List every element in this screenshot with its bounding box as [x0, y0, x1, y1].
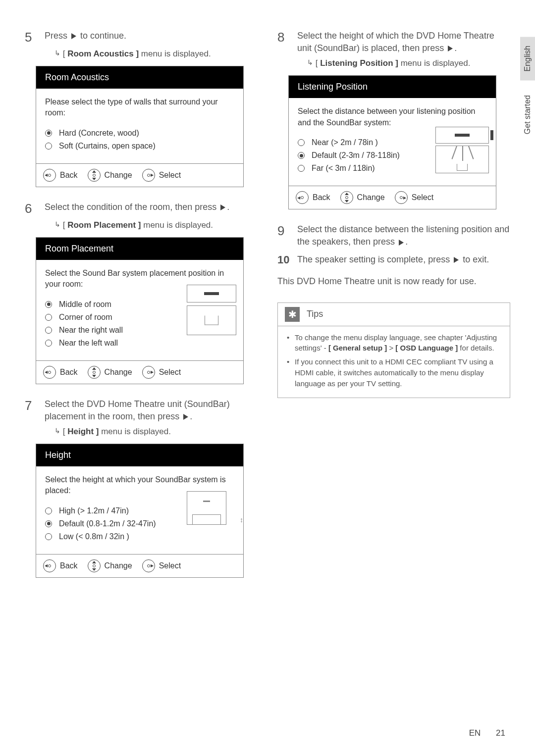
- page-number: 21: [496, 728, 505, 738]
- tips-box: ✱ Tips To change the menu display langua…: [277, 302, 510, 399]
- option-default[interactable]: Default (0.8-1.2m / 32-47in): [45, 517, 169, 530]
- step-6: 6 Select the condition of the room, then…: [25, 201, 258, 216]
- step-7: 7 Select the DVD Home Theatre unit (Soun…: [25, 398, 258, 423]
- closing-text: This DVD Home Theatre unit is now ready …: [277, 275, 510, 288]
- option-far[interactable]: Far (< 3m / 118in): [298, 162, 417, 175]
- select-button[interactable]: Select: [142, 366, 181, 379]
- option-middle[interactable]: Middle of room: [45, 298, 159, 311]
- radio-icon: [45, 507, 52, 514]
- option-low[interactable]: Low (< 0.8m / 32in ): [45, 530, 169, 543]
- page-lang: EN: [469, 728, 481, 738]
- height-illustration: ↕: [187, 491, 236, 525]
- menu-prompt: Please select the type of walls that sur…: [45, 97, 234, 119]
- option-hard[interactable]: Hard (Concrete, wood): [45, 127, 234, 140]
- step-8-result: ↳ [ Listening Position ] menu is display…: [307, 58, 510, 68]
- radio-icon: [45, 520, 52, 527]
- play-icon: [71, 33, 76, 39]
- option-list: Near (> 2m / 78in ) Default (2-3m / 78-1…: [298, 136, 417, 175]
- radio-icon: [45, 130, 52, 137]
- menu-title: Listening Position: [289, 76, 496, 98]
- menu-prompt: Select the distance between your listeni…: [298, 106, 487, 128]
- option-default[interactable]: Default (2-3m / 78-118in): [298, 149, 417, 162]
- step-number: 10: [277, 253, 297, 266]
- nav-change-icon: [88, 366, 101, 379]
- radio-icon: [45, 301, 52, 308]
- left-column: 5 Press to continue. ↳ [ Room Acoustics …: [25, 30, 258, 592]
- option-right-wall[interactable]: Near the right wall: [45, 324, 159, 337]
- right-column: 8 Select the height of which the DVD Hom…: [277, 30, 510, 592]
- play-icon: [454, 257, 459, 263]
- placement-illustration: [187, 285, 236, 335]
- nav-change-icon: [88, 169, 101, 182]
- listening-position-menu: Listening Position Select the distance b…: [288, 75, 496, 209]
- step-text: Select the height of which the DVD Home …: [297, 30, 510, 54]
- step-5-result: ↳ [ Room Acoustics ] menu is displayed.: [54, 49, 258, 59]
- tip-item: To change the menu display language, see…: [287, 332, 501, 354]
- back-button[interactable]: Back: [296, 191, 330, 204]
- nav-select-icon: [142, 169, 155, 182]
- select-button[interactable]: Select: [142, 169, 181, 182]
- radio-icon: [298, 139, 305, 146]
- step-text: The speaker setting is complete, press t…: [297, 253, 489, 266]
- tips-title: Tips: [307, 309, 323, 319]
- play-icon: [220, 204, 225, 210]
- back-button[interactable]: Back: [43, 366, 78, 379]
- step-text: Select the distance between the listenin…: [297, 223, 510, 248]
- menu-footer: Back Change Select: [36, 554, 243, 577]
- option-corner[interactable]: Corner of room: [45, 311, 159, 324]
- tips-icon: ✱: [285, 307, 300, 322]
- tip-item: If you connect this unit to a HDMI CEC c…: [287, 356, 501, 389]
- back-button[interactable]: Back: [43, 559, 78, 572]
- option-list: Hard (Concrete, wood) Soft (Curtains, op…: [45, 127, 234, 152]
- tab-language[interactable]: English: [520, 37, 535, 80]
- nav-change-icon: [88, 559, 101, 572]
- room-acoustics-menu: Room Acoustics Please select the type of…: [36, 66, 244, 187]
- back-button[interactable]: Back: [43, 169, 78, 182]
- change-button[interactable]: Change: [88, 169, 132, 182]
- option-soft[interactable]: Soft (Curtains, open space): [45, 140, 234, 152]
- nav-back-icon: [43, 559, 56, 572]
- step-number: 7: [25, 398, 45, 413]
- menu-title: Room Placement: [36, 238, 243, 260]
- step-6-result: ↳ [ Room Placement ] menu is displayed.: [54, 220, 258, 230]
- option-high[interactable]: High (> 1.2m / 47in): [45, 504, 169, 517]
- result-arrow-icon: ↳: [54, 49, 60, 57]
- radio-icon: [45, 533, 52, 540]
- change-button[interactable]: Change: [88, 366, 132, 379]
- step-text: Select the condition of the room, then p…: [45, 201, 229, 213]
- option-left-wall[interactable]: Near the left wall: [45, 337, 159, 350]
- step-number: 6: [25, 201, 45, 216]
- step-text: Select the DVD Home Theatre unit (SoundB…: [45, 398, 258, 423]
- room-placement-menu: Room Placement Select the Sound Bar syst…: [36, 237, 244, 384]
- step-7-result: ↳ [ Height ] menu is displayed.: [54, 427, 258, 437]
- radio-icon: [45, 314, 52, 321]
- play-icon: [183, 414, 188, 420]
- menu-footer: Back Change Select: [289, 186, 496, 209]
- play-icon: [448, 46, 453, 51]
- radio-icon: [298, 152, 305, 159]
- radio-icon: [45, 327, 52, 334]
- option-near[interactable]: Near (> 2m / 78in ): [298, 136, 417, 149]
- result-arrow-icon: ↳: [54, 220, 60, 228]
- select-button[interactable]: Select: [142, 559, 181, 572]
- change-button[interactable]: Change: [340, 191, 385, 204]
- nav-select-icon: [142, 366, 155, 379]
- option-list: Middle of room Corner of room Near the r…: [45, 298, 159, 350]
- radio-icon: [45, 340, 52, 347]
- nav-back-icon: [43, 169, 56, 182]
- tab-section[interactable]: Get started: [520, 86, 535, 143]
- step-number: 8: [277, 30, 297, 45]
- change-button[interactable]: Change: [88, 559, 132, 572]
- height-menu: Height Select the height at which your S…: [36, 444, 244, 578]
- result-arrow-icon: ↳: [54, 427, 60, 435]
- radio-icon: [45, 143, 52, 150]
- menu-footer: Back Change Select: [36, 163, 243, 187]
- listening-illustration: [435, 127, 489, 173]
- select-button[interactable]: Select: [395, 191, 433, 204]
- option-list: High (> 1.2m / 47in) Default (0.8-1.2m /…: [45, 504, 169, 543]
- menu-title: Height: [36, 444, 243, 466]
- menu-title: Room Acoustics: [36, 66, 243, 89]
- step-text: Press to continue.: [45, 30, 126, 42]
- nav-back-icon: [296, 191, 309, 204]
- step-10: 10 The speaker setting is complete, pres…: [277, 253, 510, 266]
